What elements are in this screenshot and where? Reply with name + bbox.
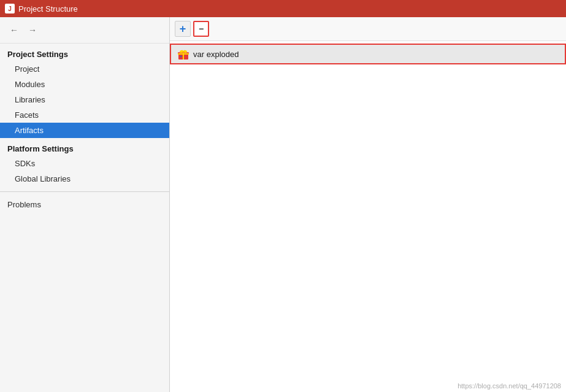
forward-arrow[interactable]: → bbox=[26, 23, 39, 37]
remove-artifact-button[interactable]: − bbox=[193, 21, 209, 37]
sidebar-item-problems[interactable]: Problems bbox=[0, 197, 169, 212]
artifact-icon bbox=[177, 48, 189, 60]
artifact-item-var-exploded[interactable]: var exploded bbox=[170, 44, 566, 64]
title-bar: J Project Structure bbox=[0, 0, 566, 17]
sidebar-item-artifacts[interactable]: Artifacts bbox=[0, 123, 169, 138]
sidebar-item-global-libraries[interactable]: Global Libraries bbox=[0, 171, 169, 186]
sidebar-item-project[interactable]: Project bbox=[0, 61, 169, 77]
artifact-list: var exploded bbox=[170, 41, 566, 67]
app-icon: J bbox=[5, 4, 15, 13]
platform-settings-label: Platform Settings bbox=[0, 138, 169, 156]
content-area: + − bbox=[170, 17, 566, 392]
sidebar-item-libraries[interactable]: Libraries bbox=[0, 92, 169, 107]
svg-point-6 bbox=[183, 52, 185, 53]
nav-arrows: ← → bbox=[0, 17, 169, 44]
sidebar-item-modules[interactable]: Modules bbox=[0, 77, 169, 92]
title-bar-text: Project Structure bbox=[18, 4, 78, 13]
sidebar: ← → Project Settings Project Modules Lib… bbox=[0, 17, 170, 392]
watermark: https://blog.csdn.net/qq_44971208 bbox=[457, 382, 561, 390]
svg-rect-3 bbox=[178, 53, 189, 55]
artifact-name: var exploded bbox=[193, 50, 239, 59]
add-artifact-button[interactable]: + bbox=[175, 21, 191, 37]
sidebar-item-facets[interactable]: Facets bbox=[0, 107, 169, 123]
toolbar: + − bbox=[170, 17, 566, 41]
main-layout: ← → Project Settings Project Modules Lib… bbox=[0, 17, 566, 392]
back-arrow[interactable]: ← bbox=[7, 23, 21, 37]
project-settings-label: Project Settings bbox=[0, 44, 169, 61]
svg-rect-2 bbox=[183, 52, 184, 60]
sidebar-divider bbox=[0, 191, 169, 192]
sidebar-item-sdks[interactable]: SDKs bbox=[0, 156, 169, 171]
